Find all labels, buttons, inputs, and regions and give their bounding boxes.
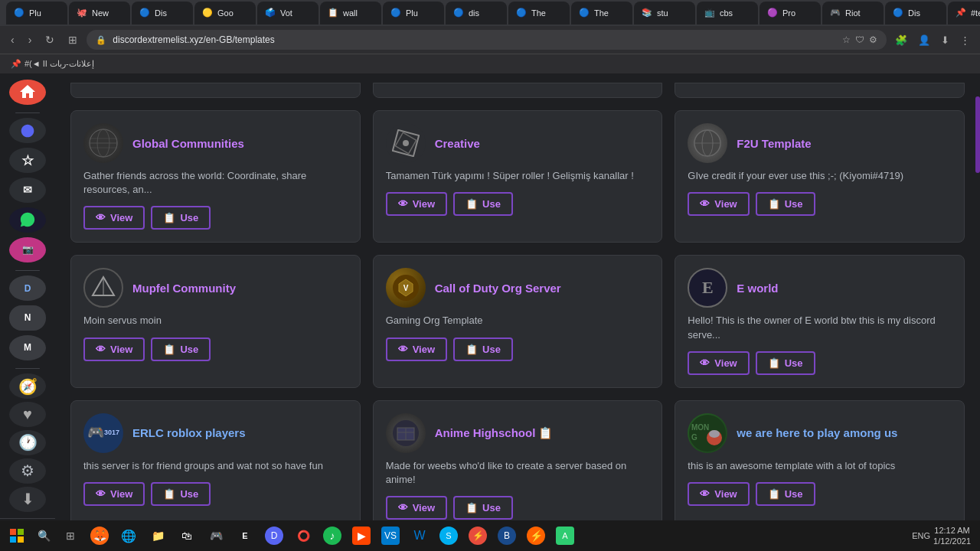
view-button-anime[interactable]: 👁 View (386, 496, 447, 520)
sidebar-action-clock[interactable]: 🕐 (9, 430, 46, 455)
address-bar-row: ‹ › ↻ ⊞ 🔒 discordextremelist.xyz/en-GB/t… (0, 26, 980, 54)
server-icon-home[interactable] (9, 80, 46, 105)
bookmark-icon[interactable]: ☆ (842, 34, 851, 45)
taskbar-steam[interactable]: 🎮 (202, 522, 230, 549)
tab-label: cbs (720, 8, 733, 18)
taskbar-task-view[interactable]: ⊞ (57, 522, 84, 549)
taskbar-skype[interactable]: S (435, 522, 462, 549)
tab-the2[interactable]: 🔵 The (571, 2, 632, 24)
taskbar-battlenet[interactable]: B (493, 522, 521, 549)
tab-vot[interactable]: 🗳️ Vot (257, 2, 318, 24)
tab-new[interactable]: 🐙 New (69, 2, 130, 24)
shield-icon[interactable]: 🛡 (855, 34, 864, 45)
start-button[interactable] (3, 522, 31, 549)
view-button-erlc[interactable]: 👁 View (83, 482, 145, 506)
taskbar-firefox[interactable]: 🦊 (86, 522, 113, 549)
profile-icon[interactable]: 👤 (914, 32, 934, 48)
menu-icon[interactable]: ⋮ (956, 32, 974, 48)
taskbar-app3[interactable]: A (551, 522, 579, 549)
taskbar-explorer[interactable]: 📁 (144, 522, 172, 549)
extensions-icon[interactable]: 🧩 (891, 32, 911, 48)
tabs-button[interactable]: ⊞ (64, 31, 82, 49)
tab-plu2[interactable]: 🔵 Plu (383, 2, 444, 24)
tab-cbs[interactable]: 📺 cbs (697, 2, 758, 24)
sidebar-action-discover[interactable]: 🧭 (9, 373, 46, 399)
use-button-global[interactable]: 📋 Use (151, 206, 211, 230)
tab-wall[interactable]: 📋 wall (320, 2, 381, 24)
tab-label: Plu (406, 8, 418, 18)
settings-icon[interactable]: ⚙ (869, 34, 877, 45)
server-icon-n[interactable]: N (9, 305, 46, 331)
card-header: Global Communities (83, 123, 348, 163)
taskbar-epic[interactable]: E (231, 522, 259, 549)
server-icon-1[interactable] (9, 118, 46, 143)
server-icon-insta[interactable]: 📷 (9, 237, 46, 262)
taskbar-app2[interactable]: ⚡ (522, 522, 550, 549)
taskbar-edge[interactable]: 🌐 (115, 522, 142, 549)
use-button-anime[interactable]: 📋 Use (453, 496, 513, 520)
taskbar-malware[interactable]: ⚡ (464, 522, 492, 549)
use-button-eworld[interactable]: 📋 Use (756, 351, 815, 375)
view-button-cod[interactable]: 👁 View (386, 337, 447, 361)
use-button-erlc[interactable]: 📋 Use (151, 482, 211, 506)
use-icon: 📋 (466, 198, 478, 210)
address-box[interactable]: 🔒 discordextremelist.xyz/en-GB/templates… (87, 30, 887, 50)
server-icon-m[interactable]: M (9, 335, 46, 360)
download-icon[interactable]: ⬇ (937, 32, 953, 48)
cards-grid: Global Communities Gather friends across… (70, 110, 965, 533)
view-button-among[interactable]: 👁 View (688, 482, 749, 506)
taskbar-right: ENG 12:12 AM 1/12/2021 (906, 525, 977, 547)
taskbar-windows[interactable]: W (406, 522, 433, 549)
view-button-mupfel[interactable]: 👁 View (83, 337, 145, 361)
eye-icon: 👁 (398, 198, 408, 210)
tab-dis1[interactable]: 🔵 Dis (132, 2, 193, 24)
sidebar-action-download[interactable]: ⬇ (9, 487, 46, 512)
taskbar-store[interactable]: 🛍 (173, 522, 201, 549)
tab-pro[interactable]: 🟣 Pro (760, 2, 821, 24)
reload-button[interactable]: ↻ (41, 31, 59, 49)
use-icon: 📋 (163, 488, 175, 500)
card-avatar (688, 123, 727, 163)
view-button-f2u[interactable]: 👁 View (688, 192, 749, 216)
taskbar-search[interactable]: 🔍 (32, 524, 55, 547)
tab-hash-te[interactable]: 📌 #te (948, 2, 980, 24)
use-button-f2u[interactable]: 📋 Use (756, 192, 815, 216)
scrollbar-thumb[interactable] (975, 96, 980, 173)
use-button-mupfel[interactable]: 📋 Use (151, 337, 211, 361)
taskbar-chrome[interactable]: ⭕ (289, 522, 317, 549)
taskbar-app1[interactable]: ▶ (348, 522, 375, 549)
use-button-cod[interactable]: 📋 Use (453, 337, 513, 361)
server-icon-d1[interactable]: D (9, 276, 46, 301)
view-button-global[interactable]: 👁 View (83, 206, 145, 230)
tab-stu[interactable]: 📚 stu (634, 2, 695, 24)
use-button-creative[interactable]: 📋 Use (453, 192, 513, 216)
forward-button[interactable]: › (24, 31, 37, 49)
tab-favicon: 🟣 (767, 8, 778, 18)
sidebar-action-settings[interactable]: ⚙ (9, 458, 46, 484)
taskbar-vscode[interactable]: VS (377, 522, 404, 549)
view-button-eworld[interactable]: 👁 View (688, 351, 749, 375)
back-button[interactable]: ‹ (6, 31, 19, 49)
card-desc: Moin servus moin (83, 314, 348, 328)
eye-icon: 👁 (700, 488, 710, 500)
tab-plus1[interactable]: 🔵 Plu (6, 2, 67, 24)
tab-goo[interactable]: 🟡 Goo (194, 2, 256, 24)
tab-dis3[interactable]: 🔵 Dis (885, 2, 946, 24)
taskbar-discord[interactable]: D (260, 522, 288, 549)
server-icon-2[interactable]: ☆ (9, 148, 46, 173)
server-icon-wa[interactable] (9, 207, 46, 233)
taskbar-spotify[interactable]: ♪ (318, 522, 346, 549)
card-header: Anime Highschool 📋 (386, 413, 650, 453)
card-avatar: E (688, 268, 727, 308)
use-button-among[interactable]: 📋 Use (756, 482, 815, 506)
view-label: View (413, 502, 435, 514)
bookmark-item[interactable]: 📌 #(◄ II إعلانات-ربات (6, 57, 99, 70)
server-icon-msg[interactable]: ✉ (9, 178, 46, 203)
tab-dis2[interactable]: 🔵 dis (446, 2, 507, 24)
view-button-creative[interactable]: 👁 View (386, 192, 447, 216)
discord-sidebar: ☆ ✉ 📷 D N M 🧭 ♥ 🕐 ⚙ ⬇ ••• (0, 73, 55, 551)
tab-the1[interactable]: 🔵 The (508, 2, 570, 24)
tab-riot[interactable]: 🎮 Riot (822, 2, 884, 24)
sidebar-action-heart[interactable]: ♥ (9, 402, 46, 427)
card-title: Anime Highschool 📋 (435, 426, 554, 440)
